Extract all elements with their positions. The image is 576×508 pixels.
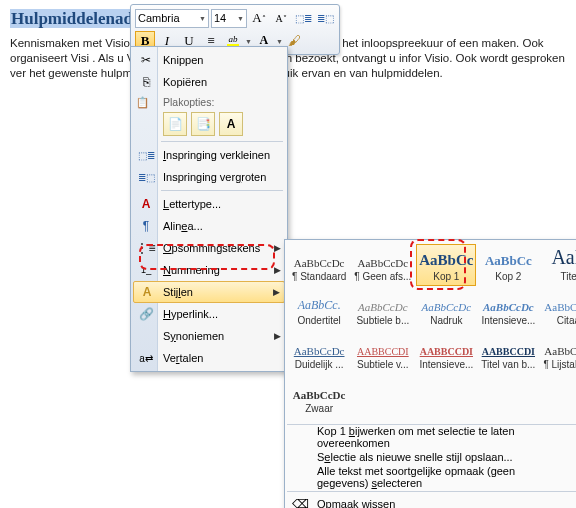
menu-copy-label: Kopiëren xyxy=(163,76,207,88)
chevron-down-icon[interactable]: ▼ xyxy=(276,38,283,45)
menu-hyperlink[interactable]: 🔗 Hyperlink... xyxy=(133,303,285,325)
paste-keep-formatting[interactable]: 📄 xyxy=(163,112,187,136)
font-family-combo[interactable]: Cambria▼ xyxy=(135,9,209,28)
paragraph-icon: ¶ xyxy=(136,219,156,233)
style-preview: AaBbCcDc xyxy=(352,291,413,313)
style-preview: AaBbCcDc xyxy=(290,335,348,357)
style-preview: AaBbCcDc xyxy=(352,247,413,269)
style-cell--standaard[interactable]: AaBbCcDc¶ Standaard xyxy=(289,244,349,286)
context-menu: ✂ Knippen ⎘ Kopiëren 📋 Plakopties: 📄 📑 A… xyxy=(130,46,288,372)
style-preview: AaBbCcDc xyxy=(290,247,348,269)
style-cell-subtiele-v-[interactable]: AABBCCDISubtiele v... xyxy=(351,332,414,374)
style-cell--geen-afs-[interactable]: AaBbCcDc¶ Geen afs... xyxy=(351,244,414,286)
eraser-icon: ⌫ xyxy=(290,497,310,508)
menu-copy[interactable]: ⎘ Kopiëren xyxy=(133,71,285,93)
style-preview: AaBbCcDc xyxy=(290,379,348,401)
menu-bullets[interactable]: ⋮≡ Opsommingstekens ▶ xyxy=(133,237,285,259)
decrease-indent-icon: ⬚≣ xyxy=(136,150,156,161)
menu-paragraph-dialog[interactable]: ¶ Alinea... xyxy=(133,215,285,237)
paste-options-label: 📋 Plakopties: xyxy=(133,93,285,109)
chevron-right-icon: ▶ xyxy=(274,331,281,341)
gallery-save-new-style[interactable]: Selectie als nieuwe snelle stijl opslaan… xyxy=(287,447,576,467)
style-label: Kop 1 xyxy=(417,271,475,282)
styles-gallery: AaBbCcDc¶ StandaardAaBbCcDc¶ Geen afs...… xyxy=(284,239,576,508)
menu-font-dialog[interactable]: A Lettertype... xyxy=(133,193,285,215)
style-cell--lijstalinea[interactable]: AaBbCcDc¶ Lijstalinea xyxy=(540,332,576,374)
chevron-down-icon: ▼ xyxy=(199,15,206,22)
menu-decrease-indent[interactable]: ⬚≣ Inspringing verkleinen xyxy=(133,144,285,166)
paste-merge[interactable]: 📑 xyxy=(191,112,215,136)
style-cell-kop-2[interactable]: AaBbCcKop 2 xyxy=(478,244,538,286)
chevron-right-icon: ▶ xyxy=(273,287,280,297)
menu-translate[interactable]: a⇄ Vertalen xyxy=(133,347,285,369)
menu-label: Nummering xyxy=(163,264,220,276)
shrink-font-button[interactable]: A˅ xyxy=(271,8,291,28)
gallery-clear-formatting[interactable]: ⌫ Opmaak wissen xyxy=(287,494,576,508)
style-preview: AaBbCc xyxy=(479,247,537,269)
font-family-value: Cambria xyxy=(138,12,180,24)
menu-label: Kop 1 bijwerken om met selectie te laten… xyxy=(317,425,563,449)
style-cell-titel-van-b-[interactable]: AABBCCDITitel van b... xyxy=(478,332,538,374)
style-preview: AABBCCDI xyxy=(352,335,413,357)
gallery-update-style[interactable]: Kop 1 bijwerken om met selectie te laten… xyxy=(287,427,576,447)
style-preview: AaBbCcDc xyxy=(541,291,576,313)
menu-cut-label: Knippen xyxy=(163,54,203,66)
style-cell-subtiele-b-[interactable]: AaBbCcDcSubtiele b... xyxy=(351,288,414,330)
style-label: Nadruk xyxy=(417,315,475,326)
style-preview: AABBCCDI xyxy=(479,335,537,357)
style-preview: AaBbCcDc xyxy=(479,291,537,313)
styles-icon: A xyxy=(137,285,157,299)
bullets-icon: ⋮≡ xyxy=(136,241,156,255)
style-label: Subtiele b... xyxy=(352,315,413,326)
menu-label: Stijlen xyxy=(163,286,193,298)
chevron-right-icon: ▶ xyxy=(274,265,281,275)
chevron-right-icon: ▶ xyxy=(274,243,281,253)
grow-font-button[interactable]: A˄ xyxy=(249,8,269,28)
style-cell-titel[interactable]: AaBTitel xyxy=(540,244,576,286)
menu-cut[interactable]: ✂ Knippen xyxy=(133,49,285,71)
style-label: Titel xyxy=(541,271,576,282)
chevron-down-icon[interactable]: ▼ xyxy=(245,38,252,45)
menu-numbering[interactable]: 1⎯ Nummering ▶ xyxy=(133,259,285,281)
decrease-indent-button[interactable]: ⬚≣ xyxy=(293,8,313,28)
style-cell-duidelijk-[interactable]: AaBbCcDcDuidelijk ... xyxy=(289,332,349,374)
increase-indent-button[interactable]: ≣⬚ xyxy=(315,8,335,28)
style-grid: AaBbCcDc¶ StandaardAaBbCcDc¶ Geen afs...… xyxy=(289,244,575,418)
menu-label: Lettertype... xyxy=(163,198,221,210)
menu-label: Vertalen xyxy=(163,352,203,364)
menu-label: Alle tekst met soortgelijke opmaak (geen… xyxy=(317,465,563,489)
paste-text-only[interactable]: A xyxy=(219,112,243,136)
font-size-combo[interactable]: 14▼ xyxy=(211,9,247,28)
menu-increase-indent[interactable]: ≣⬚ Inspringing vergroten xyxy=(133,166,285,188)
style-cell-zwaar[interactable]: AaBbCcDcZwaar xyxy=(289,376,349,418)
style-label: Citaat xyxy=(541,315,576,326)
menu-label: Opsommingstekens xyxy=(163,242,260,254)
style-label: Ondertitel xyxy=(290,315,348,326)
style-label: Kop 2 xyxy=(479,271,537,282)
font-size-value: 14 xyxy=(214,12,226,24)
style-cell-ondertitel[interactable]: AaBbCc.Ondertitel xyxy=(289,288,349,330)
menu-label: Opmaak wissen xyxy=(317,498,395,508)
copy-icon: ⎘ xyxy=(136,75,156,89)
numbering-icon: 1⎯ xyxy=(136,265,156,275)
menu-synonyms[interactable]: Synoniemen ▶ xyxy=(133,325,285,347)
style-cell-kop-1[interactable]: AaBbCcKop 1 xyxy=(416,244,476,286)
menu-label: Alinea... xyxy=(163,220,203,232)
gallery-select-similar[interactable]: Alle tekst met soortgelijke opmaak (geen… xyxy=(287,467,576,487)
menu-label: Inspringing verkleinen xyxy=(163,149,270,161)
style-label: Intensieve... xyxy=(417,359,475,370)
style-label: ¶ Lijstalinea xyxy=(541,359,576,370)
style-preview: AABBCCDI xyxy=(417,335,475,357)
paste-options: 📄 📑 A xyxy=(133,109,285,139)
style-label: ¶ Geen afs... xyxy=(352,271,413,282)
menu-label: Inspringing vergroten xyxy=(163,171,266,183)
style-cell-intensieve-[interactable]: AaBbCcDcIntensieve... xyxy=(478,288,538,330)
menu-styles[interactable]: A Stijlen ▶ xyxy=(133,281,285,303)
style-cell-nadruk[interactable]: AaBbCcDcNadruk xyxy=(416,288,476,330)
style-cell-citaat[interactable]: AaBbCcDcCitaat xyxy=(540,288,576,330)
style-cell-intensieve-[interactable]: AABBCCDIIntensieve... xyxy=(416,332,476,374)
hyperlink-icon: 🔗 xyxy=(136,307,156,321)
clipboard-icon: 📋 xyxy=(136,96,149,109)
style-label: Duidelijk ... xyxy=(290,359,348,370)
style-label: Subtiele v... xyxy=(352,359,413,370)
